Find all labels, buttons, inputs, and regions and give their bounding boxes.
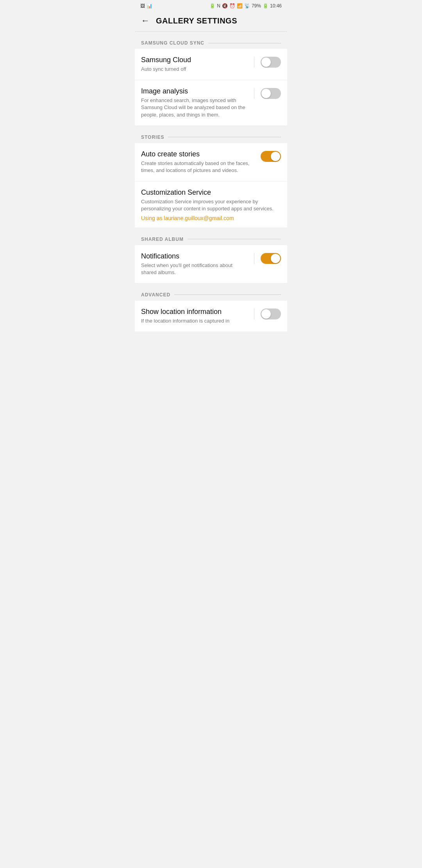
- section-label: ADVANCED: [141, 292, 170, 298]
- toggle-knob: [261, 57, 271, 67]
- setting-text: Image analysis For enhanced search, imag…: [141, 87, 252, 118]
- setting-title: Show location information: [141, 308, 248, 316]
- setting-title: Notifications: [141, 252, 248, 260]
- customization-link[interactable]: Using as lauriane.guilloux@gmail.com: [141, 215, 281, 221]
- image-analysis-toggle[interactable]: [261, 88, 281, 99]
- setting-text: Notifications Select when you'll get not…: [141, 252, 252, 276]
- status-left-icons: 🖼 📊: [140, 3, 152, 9]
- setting-item-auto-create-stories: Auto create stories Create stories autom…: [135, 143, 287, 181]
- time-display: 10:46: [270, 3, 282, 9]
- status-right-info: 🔋 N 🔇 ⏰ 📶 📡 79% 🔋 10:46: [209, 3, 282, 9]
- setting-item-image-analysis: Image analysis For enhanced search, imag…: [135, 80, 287, 126]
- battery-icon: 🔋: [263, 3, 268, 9]
- toggle-knob: [271, 152, 280, 161]
- mute-icon: 🔇: [222, 3, 228, 9]
- vertical-divider: [254, 308, 254, 319]
- section-divider: [188, 239, 281, 239]
- toggle-wrapper: [252, 87, 281, 99]
- section-header-advanced: ADVANCED: [135, 283, 287, 301]
- setting-title: Auto create stories: [141, 150, 256, 158]
- setting-text: Samsung Cloud Auto sync turned off: [141, 56, 252, 73]
- setting-desc: Create stories automatically based on th…: [141, 160, 256, 174]
- section-header-stories: STORIES: [135, 126, 287, 143]
- alarm-icon: ⏰: [229, 3, 235, 9]
- section-divider: [208, 43, 281, 43]
- section-divider: [168, 137, 281, 137]
- section-label: SAMSUNG CLOUD SYNC: [141, 40, 204, 46]
- setting-title: Image analysis: [141, 87, 248, 95]
- toggle-wrapper: [261, 150, 281, 162]
- page-header: ← GALLERY SETTINGS: [135, 10, 287, 32]
- gallery-icon: 🖼: [140, 3, 145, 9]
- toggle-knob: [261, 89, 271, 98]
- show-location-toggle[interactable]: [261, 308, 281, 319]
- sim-icon: 🔋: [209, 3, 215, 9]
- section-divider: [174, 294, 281, 295]
- battery-percent: 79%: [252, 3, 261, 9]
- vertical-divider: [254, 57, 254, 68]
- setting-title: Customization Service: [141, 188, 281, 197]
- auto-create-stories-toggle[interactable]: [261, 151, 281, 162]
- back-button[interactable]: ←: [141, 16, 150, 26]
- setting-text: Show location information If the locatio…: [141, 308, 252, 325]
- section-label: SHARED ALBUM: [141, 237, 184, 242]
- toggle-wrapper: [252, 56, 281, 68]
- wifi-icon: 📶: [237, 3, 243, 9]
- settings-content: SAMSUNG CLOUD SYNC Samsung Cloud Auto sy…: [135, 32, 287, 332]
- setting-item-customization-service: Customization Service Customization Serv…: [135, 181, 287, 228]
- setting-item-samsung-cloud: Samsung Cloud Auto sync turned off: [135, 49, 287, 80]
- toggle-wrapper: [252, 308, 281, 319]
- toggle-wrapper: [252, 252, 281, 264]
- setting-desc: If the location information is captured …: [141, 317, 248, 325]
- setting-title: Samsung Cloud: [141, 56, 248, 64]
- setting-item-notifications: Notifications Select when you'll get not…: [135, 245, 287, 283]
- setting-item-show-location: Show location information If the locatio…: [135, 301, 287, 332]
- signal-icon: 📡: [244, 3, 250, 9]
- toggle-knob: [271, 254, 280, 263]
- setting-text: Auto create stories Create stories autom…: [141, 150, 261, 174]
- notifications-toggle[interactable]: [261, 253, 281, 264]
- setting-desc: Auto sync turned off: [141, 66, 248, 73]
- page-title: GALLERY SETTINGS: [156, 16, 237, 25]
- status-bar: 🖼 📊 🔋 N 🔇 ⏰ 📶 📡 79% 🔋 10:46: [135, 0, 287, 10]
- setting-desc: Select when you'll get notifications abo…: [141, 262, 248, 276]
- vertical-divider: [254, 253, 254, 264]
- setting-desc: Customization Service improves your expe…: [141, 198, 281, 212]
- vertical-divider: [254, 88, 254, 99]
- section-label: STORIES: [141, 135, 164, 140]
- section-header-shared-album: SHARED ALBUM: [135, 228, 287, 245]
- nfc-icon: N: [217, 3, 220, 9]
- toggle-knob: [261, 309, 271, 319]
- samsung-cloud-toggle[interactable]: [261, 57, 281, 68]
- chart-icon: 📊: [147, 3, 152, 9]
- setting-desc: For enhanced search, images synced with …: [141, 97, 248, 118]
- section-header-samsung-cloud-sync: SAMSUNG CLOUD SYNC: [135, 32, 287, 49]
